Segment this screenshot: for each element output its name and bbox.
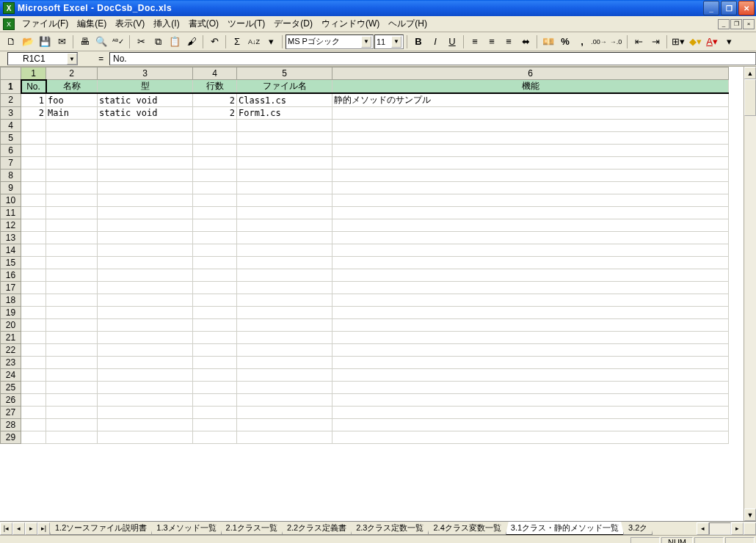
table-header-cell[interactable]: 型 <box>98 80 193 94</box>
currency-icon[interactable]: 💴 <box>540 34 556 50</box>
undo-icon[interactable]: ↶ <box>206 34 222 50</box>
cell[interactable] <box>98 332 193 344</box>
row-header[interactable]: 15 <box>1 257 21 269</box>
cell[interactable] <box>98 219 193 232</box>
sheet-tab[interactable]: 1.3メソッド一覧 <box>151 522 221 535</box>
formula-input[interactable]: No. <box>109 52 756 65</box>
cell[interactable] <box>237 257 332 269</box>
cell[interactable] <box>237 194 332 207</box>
sheet-tab[interactable]: 2.2クラス定義書 <box>282 522 352 535</box>
cell[interactable]: Class1.cs <box>237 93 332 107</box>
column-header[interactable]: 5 <box>237 68 332 80</box>
row-header[interactable]: 5 <box>1 132 21 145</box>
row-header[interactable]: 9 <box>1 182 21 194</box>
font-size-combo[interactable]: 11 ▼ <box>374 34 404 49</box>
cell[interactable] <box>21 157 46 170</box>
cell[interactable] <box>98 357 193 369</box>
sub-minimize-button[interactable]: _ <box>718 19 730 29</box>
cell[interactable]: Main <box>46 107 98 120</box>
cell[interactable] <box>21 282 46 294</box>
cell[interactable]: 2 <box>193 93 237 107</box>
fill-color-icon[interactable]: ◆▾ <box>687 34 703 50</box>
cell[interactable] <box>332 107 729 120</box>
column-header[interactable]: 6 <box>332 68 729 80</box>
cell[interactable] <box>237 157 332 170</box>
minimize-button[interactable]: _ <box>703 1 719 15</box>
align-right-icon[interactable]: ≡ <box>501 34 517 50</box>
cell[interactable] <box>193 394 237 407</box>
cell[interactable] <box>332 357 729 369</box>
cell[interactable] <box>193 431 237 444</box>
cell[interactable] <box>46 132 98 145</box>
cell[interactable] <box>193 369 237 382</box>
row-header[interactable]: 10 <box>1 194 21 207</box>
row-header[interactable]: 14 <box>1 244 21 257</box>
column-header[interactable]: 2 <box>46 68 98 80</box>
vertical-scrollbar[interactable]: ▲ ▼ <box>744 67 756 521</box>
column-header[interactable]: 4 <box>193 68 237 80</box>
cell[interactable]: static void <box>98 107 193 120</box>
preview-icon[interactable]: 🔍 <box>93 34 109 50</box>
cell[interactable] <box>332 394 729 407</box>
row-header[interactable]: 29 <box>1 431 21 444</box>
row-header[interactable]: 21 <box>1 332 21 344</box>
cell[interactable] <box>237 357 332 369</box>
decrease-decimal-icon[interactable]: →.0 <box>608 34 624 50</box>
more2-icon[interactable]: ▾ <box>721 34 737 50</box>
row-header[interactable]: 23 <box>1 357 21 369</box>
cell[interactable] <box>46 394 98 407</box>
cell[interactable] <box>46 344 98 357</box>
cell[interactable] <box>237 407 332 419</box>
cell[interactable] <box>21 319 46 332</box>
cell[interactable]: 2 <box>193 107 237 120</box>
cell[interactable] <box>46 207 98 219</box>
cell[interactable] <box>332 282 729 294</box>
cell[interactable] <box>332 194 729 207</box>
sheet-tab[interactable]: 3.1クラス・静的メソッド一覧 <box>506 522 624 535</box>
cell[interactable] <box>98 207 193 219</box>
cell[interactable] <box>237 232 332 244</box>
cell[interactable]: static void <box>98 93 193 107</box>
cell[interactable] <box>237 145 332 157</box>
cell[interactable] <box>21 369 46 382</box>
cell[interactable] <box>98 344 193 357</box>
row-header[interactable]: 2 <box>1 93 21 107</box>
tab-first-button[interactable]: |◂ <box>0 522 12 535</box>
cell[interactable] <box>193 357 237 369</box>
sheet-tab[interactable]: 2.4クラス変数一覧 <box>428 522 506 535</box>
sheet-tab[interactable]: 2.1クラス一覧 <box>221 522 283 535</box>
cell[interactable] <box>237 219 332 232</box>
cell[interactable] <box>21 120 46 132</box>
tab-next-button[interactable]: ▸ <box>25 522 37 535</box>
cell[interactable] <box>193 407 237 419</box>
cell[interactable] <box>46 219 98 232</box>
cell[interactable] <box>237 269 332 282</box>
cell[interactable] <box>98 319 193 332</box>
cell[interactable] <box>98 170 193 182</box>
cell[interactable] <box>237 319 332 332</box>
cell[interactable] <box>237 382 332 394</box>
cell[interactable] <box>237 344 332 357</box>
sheet-tab[interactable]: 1.2ソースファイル説明書 <box>50 522 152 535</box>
workbook-icon[interactable]: X <box>3 18 15 30</box>
cell[interactable] <box>193 157 237 170</box>
cell[interactable] <box>21 344 46 357</box>
row-header[interactable]: 12 <box>1 219 21 232</box>
sort-asc-icon[interactable]: A↓Z <box>246 34 262 50</box>
cell[interactable] <box>332 419 729 431</box>
cell[interactable] <box>46 232 98 244</box>
cell[interactable] <box>193 132 237 145</box>
new-icon[interactable]: 🗋 <box>3 34 19 50</box>
scroll-thumb[interactable] <box>744 79 756 116</box>
cell[interactable] <box>21 407 46 419</box>
hscroll-track[interactable] <box>709 522 731 535</box>
row-header[interactable]: 19 <box>1 307 21 319</box>
row-header[interactable]: 11 <box>1 207 21 219</box>
row-header[interactable]: 6 <box>1 145 21 157</box>
cell[interactable] <box>193 207 237 219</box>
cell[interactable] <box>46 182 98 194</box>
cell[interactable] <box>98 194 193 207</box>
chevron-down-icon[interactable]: ▼ <box>67 53 77 65</box>
row-header[interactable]: 18 <box>1 294 21 307</box>
cell[interactable] <box>332 319 729 332</box>
